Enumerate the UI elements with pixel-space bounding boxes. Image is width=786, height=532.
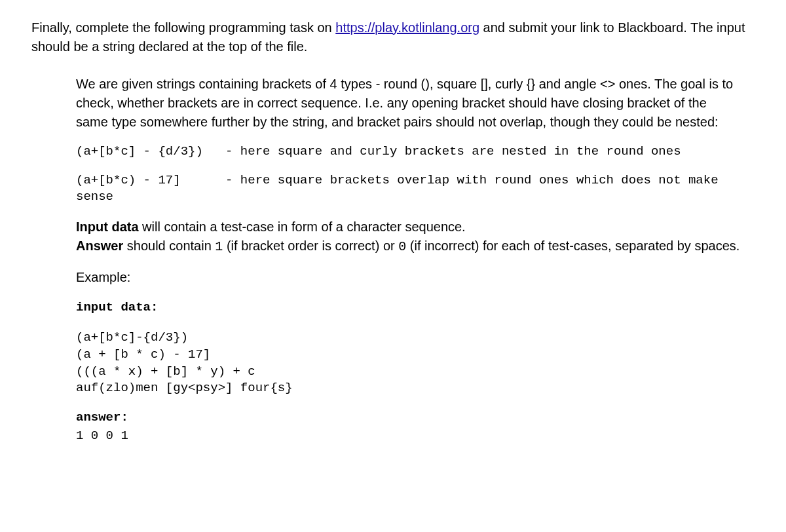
playground-link[interactable]: https://play.kotlinlang.org: [335, 20, 479, 35]
task-body: We are given strings containing brackets…: [76, 75, 741, 445]
example-heading: Example:: [76, 268, 741, 287]
answer-label: Answer: [76, 238, 123, 253]
answer-value: 1 0 0 1: [76, 427, 741, 446]
input-data-heading: input data:: [76, 299, 741, 317]
intro-before: Finally, complete the following programm…: [31, 20, 335, 35]
task-description: We are given strings containing brackets…: [76, 75, 741, 132]
answer-rest-before: should contain: [123, 238, 215, 253]
intro-paragraph: Finally, complete the following programm…: [31, 18, 755, 56]
example-correct: (a+[b*c] - {d/3}) - here square and curl…: [76, 143, 741, 161]
spec-paragraph: Input data will contain a test-case in f…: [76, 218, 741, 256]
example-incorrect: (a+[b*c) - 17] - here square brackets ov…: [76, 172, 741, 206]
answer-heading: answer:: [76, 409, 741, 427]
code-one: 1: [215, 239, 223, 254]
input-data-rest: will contain a test-case in form of a ch…: [139, 219, 466, 234]
answer-mid1: (if bracket order is correct) or: [223, 238, 398, 253]
input-data-label: Input data: [76, 219, 139, 234]
code-zero: 0: [398, 239, 406, 254]
answer-mid2: (if incorrect) for each of test-cases, s…: [406, 238, 739, 253]
input-block: (a+[b*c]-{d/3}) (a + [b * c) - 17] (((a …: [76, 330, 741, 397]
